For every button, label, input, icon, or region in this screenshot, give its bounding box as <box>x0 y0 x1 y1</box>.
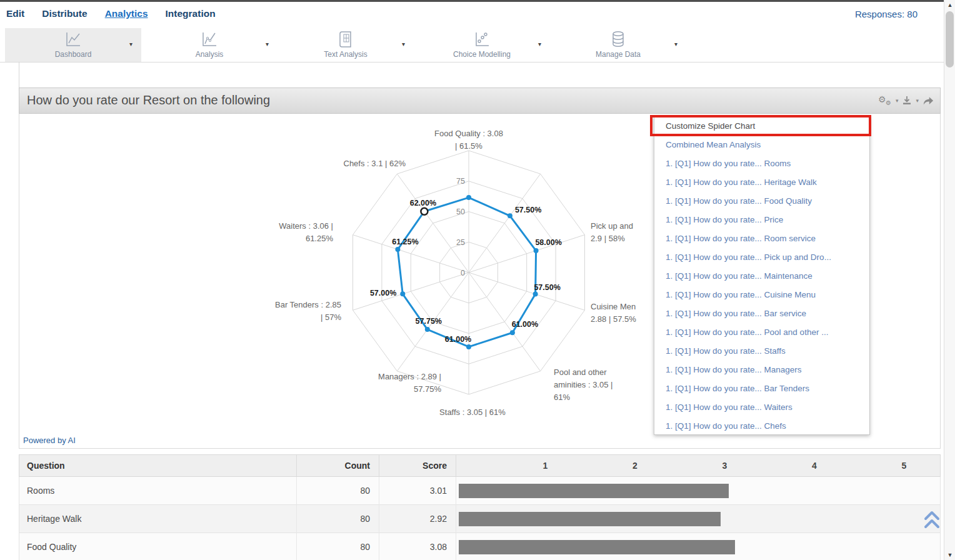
scale-tick-label: 3 <box>722 455 728 476</box>
table-row-rooms: Rooms803.01 <box>19 477 941 505</box>
menu-item-1-q1-how-do-you-rate-cuisine-menu[interactable]: 1. [Q1] How do you rate... Cuisine Menu <box>654 286 869 304</box>
menu-item-1-q1-how-do-you-rate-price[interactable]: 1. [Q1] How do you rate... Price <box>654 211 869 229</box>
menu-item-1-q1-how-do-you-rate-bar-service[interactable]: 1. [Q1] How do you rate... Bar service <box>654 304 869 323</box>
panel-border <box>19 62 19 88</box>
menu-item-1-q1-how-do-you-rate-waiters[interactable]: 1. [Q1] How do you rate... Waiters <box>654 398 869 417</box>
cell-score-bar <box>456 533 941 560</box>
radar-axis-label: Managers : 2.89 | <box>378 372 441 381</box>
scrollbar-down-arrow-icon[interactable]: ▼ <box>944 552 955 558</box>
table-row-heritage-walk: Heritage Walk802.92 <box>19 505 941 533</box>
cell-count: 80 <box>296 505 379 533</box>
radar-point <box>466 195 471 200</box>
menu-item-1-q1-how-do-you-rate-pick-up-and-dro[interactable]: 1. [Q1] How do you rate... Pick up and D… <box>654 248 869 267</box>
menu-item-1-q1-how-do-you-rate-chefs[interactable]: 1. [Q1] How do you rate... Chefs <box>654 417 869 436</box>
nav-item-edit[interactable]: Edit <box>6 8 24 19</box>
chevron-down-icon[interactable]: ▾ <box>402 41 405 48</box>
toolbar-item-manage-data[interactable]: Manage Data▾ <box>550 28 686 62</box>
radar-point <box>534 248 539 253</box>
menu-item-1-q1-how-do-you-rate-staffs[interactable]: 1. [Q1] How do you rate... Staffs <box>654 342 869 361</box>
radar-point-label: 58.00% <box>535 238 561 247</box>
menu-item-1-q1-how-do-you-rate-maintenance[interactable]: 1. [Q1] How do you rate... Maintenance <box>654 267 869 286</box>
menu-item-1-q1-how-do-you-rate-managers[interactable]: 1. [Q1] How do you rate... Managers <box>654 361 869 379</box>
radar-axis-label: 2.9 | 58% <box>591 234 625 243</box>
menu-item-1-q1-how-do-you-rate-rooms[interactable]: 1. [Q1] How do you rate... Rooms <box>654 154 869 173</box>
radar-point <box>395 247 400 252</box>
settings-caret-icon[interactable]: ▾ <box>896 98 899 104</box>
settings-gears-icon[interactable]: ⚙⚙ <box>878 95 892 106</box>
toolbar-item-label: Analysis <box>141 50 278 59</box>
scrollbar-thumb[interactable] <box>946 11 954 68</box>
radar-tick-label: 50 <box>456 208 465 216</box>
radar-tick-label: 75 <box>456 177 465 186</box>
nav-item-distribute[interactable]: Distribute <box>42 8 87 19</box>
menu-item-1-q1-how-do-you-rate-room-service[interactable]: 1. [Q1] How do you rate... Room service <box>654 229 869 248</box>
powered-by-ai-link[interactable]: Powered by AI <box>23 436 76 445</box>
radar-axis-label: aminities : 3.05 | <box>554 380 612 389</box>
radar-tick-label: 0 <box>461 269 465 278</box>
toolbar-item-analysis[interactable]: Analysis▾ <box>141 28 278 62</box>
scatter-chart-icon <box>472 30 491 49</box>
toolbar-item-label: Choice Modelling <box>414 50 550 59</box>
cell-score: 3.01 <box>379 477 456 505</box>
scrollbar-up-arrow-icon[interactable]: ▲ <box>944 2 955 8</box>
menu-item-1-q1-how-do-you-rate-pool-and-other[interactable]: 1. [Q1] How do you rate... Pool and othe… <box>654 323 869 342</box>
share-icon[interactable] <box>922 96 934 106</box>
menu-item-combined-mean-analysis[interactable]: Combined Mean Analysis <box>654 136 869 154</box>
document-grid-icon <box>336 30 355 49</box>
menu-item-customize-spider-chart[interactable]: Customize Spider Chart <box>654 117 869 136</box>
radar-axis-label: Pick up and <box>591 221 633 231</box>
radar-point-label: 57.50% <box>534 283 560 292</box>
analytics-toolbar: Dashboard▾Analysis▾Text Analysis▾Choice … <box>0 28 944 62</box>
cell-question: Food Quality <box>19 533 296 560</box>
menu-item-1-q1-how-do-you-rate-heritage-walk[interactable]: 1. [Q1] How do you rate... Heritage Walk <box>654 173 869 192</box>
scale-tick-label: 2 <box>632 455 638 476</box>
double-chevron-up-icon <box>921 508 942 532</box>
menu-item-1-q1-how-do-you-rate-food-quality[interactable]: 1. [Q1] How do you rate... Food Quality <box>654 192 869 211</box>
chevron-down-icon[interactable]: ▾ <box>674 41 678 48</box>
score-bar <box>459 512 721 526</box>
radar-point-label: 61.00% <box>512 320 538 329</box>
chevron-down-icon[interactable]: ▾ <box>266 41 269 48</box>
toolbar-item-choice-modelling[interactable]: Choice Modelling▾ <box>414 28 550 62</box>
toolbar-item-text-analysis[interactable]: Text Analysis▾ <box>278 28 414 62</box>
radar-axis-label: 61.25% <box>306 234 334 243</box>
chevron-down-icon[interactable]: ▾ <box>129 41 132 48</box>
column-header-scale: 12345 <box>456 455 941 476</box>
screen: EditDistributeAnalyticsIntegration Respo… <box>0 0 955 560</box>
radar-axis-label: | 57% <box>321 312 341 322</box>
nav-item-analytics[interactable]: Analytics <box>105 8 148 19</box>
cell-question: Rooms <box>19 477 296 505</box>
database-icon <box>609 30 628 49</box>
download-icon[interactable] <box>902 96 912 106</box>
radar-axis-label: Pool and other <box>554 368 607 377</box>
question-panel-header: How do you rate our Resort on the follow… <box>19 88 941 114</box>
cell-count: 80 <box>296 533 379 560</box>
score-bar <box>459 484 729 498</box>
vertical-scrollbar[interactable]: ▲ ▼ <box>944 0 955 560</box>
radar-axis-label: Bar Tenders : 2.85 <box>275 300 341 309</box>
chevron-down-icon[interactable]: ▾ <box>538 41 541 48</box>
radar-axis-label: 2.88 | 57.5% <box>591 314 636 324</box>
radar-point <box>533 292 538 297</box>
scale-tick-label: 4 <box>812 455 817 476</box>
download-caret-icon[interactable]: ▾ <box>916 98 919 104</box>
cell-score-bar <box>456 477 941 505</box>
nav-items: EditDistributeAnalyticsIntegration <box>6 8 216 19</box>
score-table: Question Count Score 12345 Rooms803.01He… <box>19 454 941 560</box>
radar-point <box>508 213 512 218</box>
column-header-score: Score <box>379 455 456 476</box>
table-row-food-quality: Food Quality803.08 <box>19 533 941 560</box>
toolbar-item-label: Text Analysis <box>278 50 414 59</box>
menu-item-1-q1-how-do-you-rate-bar-tenders[interactable]: 1. [Q1] How do you rate... Bar Tenders <box>654 379 869 398</box>
toolbar-item-dashboard[interactable]: Dashboard▾ <box>5 28 141 62</box>
scroll-to-top-button[interactable] <box>921 508 942 532</box>
radar-axis-label: Staffs : 3.05 | 61% <box>439 408 506 417</box>
radar-tick-label: 25 <box>456 238 465 247</box>
radar-point <box>510 330 515 335</box>
table-header-row: Question Count Score 12345 <box>19 454 941 477</box>
nav-item-integration[interactable]: Integration <box>166 8 216 19</box>
radar-point <box>425 327 430 332</box>
panel-header-icons: ⚙⚙ ▾ ▾ <box>878 95 934 106</box>
question-title: How do you rate our Resort on the follow… <box>27 93 270 108</box>
radar-point-label: 57.50% <box>515 206 541 214</box>
